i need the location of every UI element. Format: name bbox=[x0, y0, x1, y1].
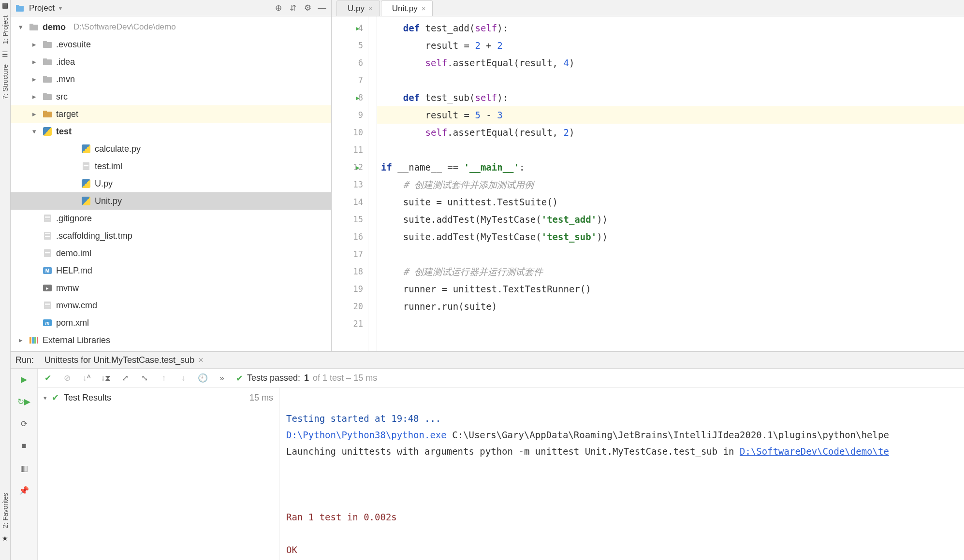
tree-item[interactable]: ▸src bbox=[11, 88, 331, 105]
line-number[interactable]: 7 bbox=[332, 72, 368, 89]
code-body[interactable]: def test_add(self): result = 2 + 2 self.… bbox=[377, 16, 964, 351]
line-number[interactable]: 19 bbox=[332, 280, 368, 298]
line-number[interactable]: 11 bbox=[332, 141, 368, 158]
tree-item[interactable]: ▸.mvn bbox=[11, 71, 331, 88]
tree-item[interactable]: test.iml bbox=[11, 158, 331, 175]
code-line[interactable]: def test_sub(self): bbox=[377, 89, 964, 106]
locate-icon[interactable]: ⊕ bbox=[273, 3, 284, 14]
code-line[interactable] bbox=[377, 141, 964, 158]
next-icon[interactable]: ↓ bbox=[178, 373, 189, 384]
project-tree[interactable]: ▾ demo D:\SoftwareDev\Code\demo ▸.evosui… bbox=[11, 16, 331, 351]
tree-external[interactable]: ▸ External Libraries bbox=[11, 331, 331, 349]
settings-icon[interactable]: ⚙ bbox=[302, 3, 313, 14]
line-number[interactable]: 18 bbox=[332, 263, 368, 280]
history-icon[interactable]: 🕘 bbox=[197, 373, 208, 384]
favorites-tool-label[interactable]: 2: Favorites bbox=[1, 490, 9, 531]
line-number[interactable]: 14 bbox=[332, 193, 368, 211]
prev-icon[interactable]: ↑ bbox=[159, 373, 169, 384]
code-line[interactable]: if __name__ == '__main__': bbox=[377, 158, 964, 176]
toggle-auto-icon[interactable]: ⟳ bbox=[18, 418, 30, 430]
project-tool-icon[interactable]: ▤ bbox=[2, 2, 9, 9]
test-results-root[interactable]: ▾ ✔ Test Results 15 ms bbox=[38, 388, 279, 407]
tree-item[interactable]: mvnw.cmd bbox=[11, 297, 331, 314]
code-line[interactable]: # 创建测试运行器并运行测试套件 bbox=[377, 263, 964, 280]
line-number[interactable]: 21 bbox=[332, 315, 368, 332]
stop-icon[interactable]: ■ bbox=[18, 440, 30, 452]
tree-item[interactable]: MHELP.md bbox=[11, 262, 331, 279]
tree-item[interactable]: mpom.xml bbox=[11, 314, 331, 331]
code-line[interactable]: self.assertEqual(result, 2) bbox=[377, 124, 964, 141]
hide-icon[interactable]: — bbox=[317, 3, 327, 14]
run-config-name[interactable]: Unittests for Unit.MyTestCase.test_sub bbox=[44, 355, 194, 365]
close-icon[interactable]: × bbox=[198, 355, 204, 365]
pin-icon[interactable]: 📌 bbox=[18, 485, 30, 496]
tree-item[interactable]: ▸mvnw bbox=[11, 279, 331, 297]
tree-item[interactable]: calculate.py bbox=[11, 140, 331, 158]
code-line[interactable] bbox=[377, 245, 964, 263]
line-number[interactable]: 8▶ bbox=[332, 89, 368, 106]
line-number[interactable]: 4▶ bbox=[332, 19, 368, 37]
code-line[interactable] bbox=[377, 315, 964, 332]
tree-item[interactable]: ▸target bbox=[11, 105, 331, 123]
close-icon[interactable]: × bbox=[368, 4, 373, 13]
code-line[interactable] bbox=[377, 72, 964, 89]
run-gutter-icon[interactable]: ▶ bbox=[356, 94, 360, 101]
tree-item[interactable]: ▸.idea bbox=[11, 53, 331, 71]
tree-item[interactable]: Unit.py bbox=[11, 192, 331, 210]
collapse-all-icon[interactable]: ⤡ bbox=[139, 373, 150, 384]
project-tool-label[interactable]: 1: Project bbox=[1, 13, 9, 47]
more-icon[interactable]: » bbox=[217, 373, 227, 384]
code-line[interactable]: result = 2 + 2 bbox=[377, 37, 964, 54]
line-number[interactable]: 12▶ bbox=[332, 158, 368, 176]
code-line[interactable]: def test_add(self): bbox=[377, 19, 964, 37]
tree-item[interactable]: U.py bbox=[11, 175, 331, 192]
line-number[interactable]: 17 bbox=[332, 245, 368, 263]
structure-tool-icon[interactable]: ☰ bbox=[2, 51, 9, 57]
line-gutter[interactable]: 4▶5678▶9101112▶131415161718192021 bbox=[332, 16, 368, 351]
chevron-down-icon[interactable]: ▾ bbox=[44, 394, 47, 402]
code-line[interactable]: suite = unittest.TestSuite() bbox=[377, 193, 964, 211]
rerun-failed-icon[interactable]: ↻▶ bbox=[18, 396, 30, 407]
tree-item[interactable]: .scaffolding_list.tmp bbox=[11, 227, 331, 244]
run-gutter-icon[interactable]: ▶ bbox=[356, 25, 360, 32]
code-line[interactable]: suite.addTest(MyTestCase('test_add')) bbox=[377, 211, 964, 228]
line-number[interactable]: 15 bbox=[332, 211, 368, 228]
tree-root[interactable]: ▾ demo D:\SoftwareDev\Code\demo bbox=[11, 18, 331, 36]
editor-tab[interactable]: U.py× bbox=[336, 0, 380, 16]
tree-item[interactable]: demo.iml bbox=[11, 244, 331, 262]
sort-duration-icon[interactable]: ↓⧗ bbox=[101, 373, 111, 384]
tree-item[interactable]: .gitignore bbox=[11, 210, 331, 227]
favorites-tool-icon[interactable]: ★ bbox=[2, 535, 9, 542]
project-view-icon[interactable] bbox=[15, 3, 25, 14]
tree-item[interactable]: ▸.evosuite bbox=[11, 36, 331, 53]
line-number[interactable]: 6 bbox=[332, 54, 368, 72]
tree-item[interactable]: ▾test bbox=[11, 123, 331, 140]
test-results-tree[interactable]: ▾ ✔ Test Results 15 ms bbox=[38, 388, 279, 560]
close-icon[interactable]: × bbox=[422, 4, 426, 13]
run-gutter-icon[interactable]: ▶ bbox=[356, 164, 360, 171]
sort-alpha-icon[interactable]: ↓ᴬ bbox=[81, 373, 92, 384]
line-number[interactable]: 13 bbox=[332, 176, 368, 193]
expand-icon[interactable]: ⤢ bbox=[120, 373, 131, 384]
project-panel-title[interactable]: Project ▼ bbox=[29, 3, 63, 13]
console-link[interactable]: D:\Python\Python38\python.exe bbox=[286, 430, 447, 440]
code-line[interactable]: self.assertEqual(result, 4) bbox=[377, 54, 964, 72]
code-line[interactable]: runner = unittest.TextTestRunner() bbox=[377, 280, 964, 298]
code-line[interactable]: # 创建测试套件并添加测试用例 bbox=[377, 176, 964, 193]
code-area[interactable]: 4▶5678▶9101112▶131415161718192021 def te… bbox=[332, 16, 964, 351]
line-number[interactable]: 16 bbox=[332, 228, 368, 245]
structure-tool-label[interactable]: 7: Structure bbox=[1, 61, 9, 102]
disabled-filter-icon[interactable]: ⊘ bbox=[62, 373, 73, 384]
console-link[interactable]: D:\SoftwareDev\Code\demo\te bbox=[740, 446, 889, 457]
console-output[interactable]: Testing started at 19:48 ... D:\Python\P… bbox=[279, 388, 964, 560]
line-number[interactable]: 9 bbox=[332, 106, 368, 124]
editor-tab[interactable]: Unit.py× bbox=[381, 0, 433, 16]
line-number[interactable]: 20 bbox=[332, 298, 368, 315]
code-line[interactable]: suite.addTest(MyTestCase('test_sub')) bbox=[377, 228, 964, 245]
code-line[interactable]: runner.run(suite) bbox=[377, 298, 964, 315]
line-number[interactable]: 5 bbox=[332, 37, 368, 54]
layout-icon[interactable]: ▥ bbox=[18, 462, 30, 474]
check-icon[interactable]: ✔ bbox=[43, 373, 53, 384]
collapse-icon[interactable]: ⇵ bbox=[288, 3, 298, 14]
code-line[interactable]: result = 5 - 3 bbox=[377, 106, 964, 124]
